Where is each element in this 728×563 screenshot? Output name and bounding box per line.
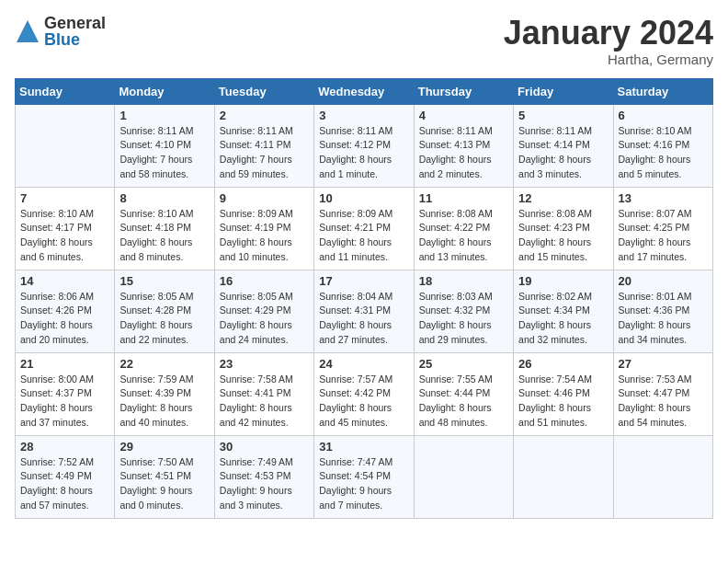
calendar-cell: 18Sunrise: 8:03 AMSunset: 4:32 PMDayligh… xyxy=(414,270,513,352)
day-info: Sunrise: 7:59 AMSunset: 4:39 PMDaylight:… xyxy=(119,373,209,431)
calendar-week-row: 28Sunrise: 7:52 AMSunset: 4:49 PMDayligh… xyxy=(16,435,713,518)
day-info: Sunrise: 7:47 AMSunset: 4:54 PMDaylight:… xyxy=(319,455,408,513)
day-info: Sunrise: 8:04 AMSunset: 4:31 PMDaylight:… xyxy=(319,290,408,348)
calendar-cell: 12Sunrise: 8:08 AMSunset: 4:23 PMDayligh… xyxy=(514,187,613,270)
calendar-week-row: 21Sunrise: 8:00 AMSunset: 4:37 PMDayligh… xyxy=(16,352,713,435)
day-info: Sunrise: 7:54 AMSunset: 4:46 PMDaylight:… xyxy=(518,373,608,431)
day-info: Sunrise: 8:09 AMSunset: 4:19 PMDaylight:… xyxy=(220,207,309,265)
day-number: 23 xyxy=(220,357,309,371)
day-info: Sunrise: 7:57 AMSunset: 4:42 PMDaylight:… xyxy=(319,373,408,431)
day-number: 18 xyxy=(419,274,508,288)
calendar-cell xyxy=(514,435,613,518)
weekday-header-row: SundayMondayTuesdayWednesdayThursdayFrid… xyxy=(16,78,713,104)
calendar-week-row: 14Sunrise: 8:06 AMSunset: 4:26 PMDayligh… xyxy=(16,270,713,352)
calendar-cell: 31Sunrise: 7:47 AMSunset: 4:54 PMDayligh… xyxy=(314,435,414,518)
calendar-cell: 4Sunrise: 8:11 AMSunset: 4:13 PMDaylight… xyxy=(414,104,513,187)
calendar-cell: 3Sunrise: 8:11 AMSunset: 4:12 PMDaylight… xyxy=(314,104,414,187)
calendar-cell xyxy=(613,435,712,518)
day-number: 4 xyxy=(419,109,508,122)
calendar-cell: 1Sunrise: 8:11 AMSunset: 4:10 PMDaylight… xyxy=(115,104,214,187)
day-number: 12 xyxy=(518,191,608,205)
day-info: Sunrise: 8:08 AMSunset: 4:23 PMDaylight:… xyxy=(518,207,608,265)
day-number: 26 xyxy=(518,357,608,371)
day-info: Sunrise: 7:55 AMSunset: 4:44 PMDaylight:… xyxy=(419,373,508,431)
day-info: Sunrise: 7:52 AMSunset: 4:49 PMDaylight:… xyxy=(20,455,109,513)
calendar-cell: 21Sunrise: 8:00 AMSunset: 4:37 PMDayligh… xyxy=(16,352,115,435)
day-info: Sunrise: 8:10 AMSunset: 4:17 PMDaylight:… xyxy=(20,207,109,265)
calendar-cell: 19Sunrise: 8:02 AMSunset: 4:34 PMDayligh… xyxy=(514,270,613,352)
day-number: 29 xyxy=(119,440,209,454)
day-info: Sunrise: 8:11 AMSunset: 4:14 PMDaylight:… xyxy=(518,124,608,182)
day-info: Sunrise: 7:58 AMSunset: 4:41 PMDaylight:… xyxy=(220,373,309,431)
day-info: Sunrise: 8:11 AMSunset: 4:10 PMDaylight:… xyxy=(119,124,209,182)
day-number: 8 xyxy=(119,191,209,205)
weekday-header: Saturday xyxy=(613,78,712,104)
calendar-cell xyxy=(414,435,513,518)
calendar-cell: 13Sunrise: 8:07 AMSunset: 4:25 PMDayligh… xyxy=(613,187,712,270)
day-number: 21 xyxy=(20,357,109,371)
calendar-cell: 28Sunrise: 7:52 AMSunset: 4:49 PMDayligh… xyxy=(16,435,115,518)
day-number: 10 xyxy=(319,191,408,205)
day-number: 19 xyxy=(518,274,608,288)
day-info: Sunrise: 7:53 AMSunset: 4:47 PMDaylight:… xyxy=(619,373,708,431)
title-block: January 2024 Hartha, Germany xyxy=(504,15,713,67)
calendar-cell xyxy=(16,104,115,187)
calendar-table: SundayMondayTuesdayWednesdayThursdayFrid… xyxy=(15,78,713,519)
logo-icon xyxy=(15,18,40,44)
day-number: 11 xyxy=(419,191,508,205)
calendar-cell: 25Sunrise: 7:55 AMSunset: 4:44 PMDayligh… xyxy=(414,352,513,435)
logo: General Blue xyxy=(15,15,106,48)
day-number: 5 xyxy=(518,109,608,122)
weekday-header: Monday xyxy=(115,78,214,104)
day-number: 13 xyxy=(619,191,708,205)
calendar-cell: 15Sunrise: 8:05 AMSunset: 4:28 PMDayligh… xyxy=(115,270,214,352)
location-title: Hartha, Germany xyxy=(504,52,713,67)
calendar-cell: 16Sunrise: 8:05 AMSunset: 4:29 PMDayligh… xyxy=(214,270,313,352)
day-info: Sunrise: 8:05 AMSunset: 4:28 PMDaylight:… xyxy=(119,290,209,348)
day-number: 14 xyxy=(20,274,109,288)
calendar-cell: 20Sunrise: 8:01 AMSunset: 4:36 PMDayligh… xyxy=(613,270,712,352)
day-info: Sunrise: 8:01 AMSunset: 4:36 PMDaylight:… xyxy=(619,290,708,348)
day-number: 28 xyxy=(20,440,109,454)
calendar-cell: 6Sunrise: 8:10 AMSunset: 4:16 PMDaylight… xyxy=(613,104,712,187)
weekday-header: Friday xyxy=(514,78,613,104)
svg-marker-1 xyxy=(18,24,37,40)
day-number: 24 xyxy=(319,357,408,371)
day-info: Sunrise: 8:05 AMSunset: 4:29 PMDaylight:… xyxy=(220,290,309,348)
logo-general: General xyxy=(44,15,106,31)
day-info: Sunrise: 8:09 AMSunset: 4:21 PMDaylight:… xyxy=(319,207,408,265)
calendar-cell: 23Sunrise: 7:58 AMSunset: 4:41 PMDayligh… xyxy=(214,352,313,435)
day-number: 27 xyxy=(619,357,708,371)
calendar-cell: 29Sunrise: 7:50 AMSunset: 4:51 PMDayligh… xyxy=(115,435,214,518)
day-number: 2 xyxy=(220,109,309,122)
day-info: Sunrise: 8:07 AMSunset: 4:25 PMDaylight:… xyxy=(619,207,708,265)
day-number: 1 xyxy=(119,109,209,122)
day-info: Sunrise: 8:06 AMSunset: 4:26 PMDaylight:… xyxy=(20,290,109,348)
day-info: Sunrise: 8:10 AMSunset: 4:18 PMDaylight:… xyxy=(119,207,209,265)
calendar-cell: 5Sunrise: 8:11 AMSunset: 4:14 PMDaylight… xyxy=(514,104,613,187)
calendar-cell: 22Sunrise: 7:59 AMSunset: 4:39 PMDayligh… xyxy=(115,352,214,435)
calendar-cell: 17Sunrise: 8:04 AMSunset: 4:31 PMDayligh… xyxy=(314,270,414,352)
calendar-cell: 9Sunrise: 8:09 AMSunset: 4:19 PMDaylight… xyxy=(214,187,313,270)
day-number: 17 xyxy=(319,274,408,288)
day-number: 6 xyxy=(619,109,708,122)
weekday-header: Thursday xyxy=(414,78,513,104)
calendar-week-row: 7Sunrise: 8:10 AMSunset: 4:17 PMDaylight… xyxy=(16,187,713,270)
day-number: 9 xyxy=(220,191,309,205)
weekday-header: Sunday xyxy=(16,78,115,104)
day-number: 7 xyxy=(20,191,109,205)
day-info: Sunrise: 8:11 AMSunset: 4:12 PMDaylight:… xyxy=(319,124,408,182)
calendar-cell: 2Sunrise: 8:11 AMSunset: 4:11 PMDaylight… xyxy=(214,104,313,187)
day-number: 31 xyxy=(319,440,408,454)
day-info: Sunrise: 8:10 AMSunset: 4:16 PMDaylight:… xyxy=(619,124,708,182)
day-number: 16 xyxy=(220,274,309,288)
day-number: 22 xyxy=(119,357,209,371)
calendar-cell: 27Sunrise: 7:53 AMSunset: 4:47 PMDayligh… xyxy=(613,352,712,435)
calendar-cell: 26Sunrise: 7:54 AMSunset: 4:46 PMDayligh… xyxy=(514,352,613,435)
calendar-cell: 8Sunrise: 8:10 AMSunset: 4:18 PMDaylight… xyxy=(115,187,214,270)
calendar-cell: 10Sunrise: 8:09 AMSunset: 4:21 PMDayligh… xyxy=(314,187,414,270)
calendar-cell: 14Sunrise: 8:06 AMSunset: 4:26 PMDayligh… xyxy=(16,270,115,352)
calendar-cell: 30Sunrise: 7:49 AMSunset: 4:53 PMDayligh… xyxy=(214,435,313,518)
calendar-cell: 24Sunrise: 7:57 AMSunset: 4:42 PMDayligh… xyxy=(314,352,414,435)
day-info: Sunrise: 8:11 AMSunset: 4:11 PMDaylight:… xyxy=(220,124,309,182)
